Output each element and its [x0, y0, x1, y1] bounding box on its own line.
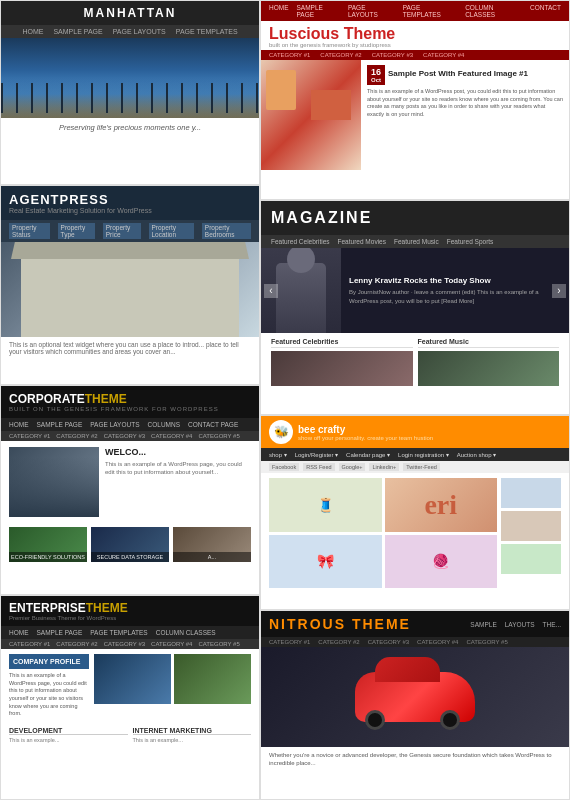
corporate-logo: CORPORATETHEME: [9, 392, 251, 406]
enterprise-dev-title: DEVELOPMENT: [9, 727, 128, 735]
manhattan-logo: MANHATTAN: [84, 6, 177, 20]
luscious-content: 16 Oct Sample Post With Featured Image #…: [261, 60, 569, 170]
magazine-logo: MAGAZINE: [271, 209, 559, 227]
data-label: SECURE DATA STORAGE: [91, 552, 169, 562]
enterprise-footer: DEVELOPMENT This is an example... INTERN…: [1, 723, 259, 748]
enterprise-images: [94, 654, 251, 704]
bridge-decoration: [1, 83, 259, 113]
beecrafty-logo-area: 🐝 bee crafty show off your personality. …: [269, 420, 433, 444]
luscious-nav: HOME SAMPLE PAGE PAGE LAYOUTS PAGE TEMPL…: [269, 4, 561, 18]
third-label: A...: [173, 552, 251, 562]
slider-next-icon[interactable]: ›: [552, 284, 566, 298]
beecrafty-logo-text-area: bee crafty show off your personality. cr…: [298, 424, 433, 441]
nitrous-theme[interactable]: NITROUS THEME SAMPLE LAYOUTS THE... CATE…: [260, 610, 570, 800]
luscious-article-text: This is an example of a WordPress post, …: [367, 88, 563, 119]
left-column: MANHATTAN HOME SAMPLE PAGE PAGE LAYOUTS …: [0, 0, 260, 800]
agentpress-tagline: Real Estate Marketing Solution for WordP…: [9, 207, 251, 214]
enterprise-sidebar-text: This is an example of a WordPress page, …: [9, 672, 89, 718]
corporate-tagline: BUILT ON THE GENESIS FRAMEWORK FOR WORDP…: [9, 406, 251, 412]
slider-prev-icon[interactable]: ‹: [264, 284, 278, 298]
beecrafty-content: 🧵 eri 🎀 🧶: [261, 473, 569, 593]
nitrous-article-text: Whether you're a novice or advanced deve…: [261, 747, 569, 772]
magazine-theme[interactable]: MAGAZINE Featured Celebrities Featured M…: [260, 200, 570, 415]
beecrafty-product-2[interactable]: eri: [385, 478, 498, 532]
nitrous-logo: NITROUS THEME: [269, 616, 411, 632]
luscious-theme[interactable]: HOME SAMPLE PAGE PAGE LAYOUTS PAGE TEMPL…: [260, 0, 570, 200]
luscious-article-title: Sample Post With Featured Image #1: [388, 69, 528, 79]
enterprise-office-img: [94, 654, 171, 704]
corporate-third-feature: A...: [173, 527, 251, 562]
enterprise-main: [94, 654, 251, 718]
magazine-music-title: Featured Music: [418, 338, 560, 348]
agentpress-caption: This is an optional text widget where yo…: [1, 337, 259, 359]
corporate-body: This is an example of a WordPress page, …: [105, 460, 251, 477]
corporate-theme[interactable]: CORPORATETHEME BUILT ON THE GENESIS FRAM…: [0, 385, 260, 595]
beecrafty-product-1[interactable]: 🧵: [269, 478, 382, 532]
agentpress-theme[interactable]: AGENTPRESS Real Estate Marketing Solutio…: [0, 185, 260, 385]
luscious-subtitle: built on the genesis framework by studio…: [269, 42, 561, 48]
enterprise-nav: HOME SAMPLE PAGE PAGE TEMPLATES COLUMN C…: [1, 626, 259, 639]
enterprise-theme[interactable]: ENTERPRISETHEME Premier Business Theme f…: [0, 595, 260, 800]
nitrous-header: NITROUS THEME SAMPLE LAYOUTS THE...: [261, 611, 569, 637]
beecrafty-social: Facebook RSS Feed Google+ Linkedin+ Twit…: [261, 461, 569, 473]
corporate-text: WELCO... This is an example of a WordPre…: [105, 447, 251, 517]
beecrafty-logo: bee crafty: [298, 424, 433, 435]
manhattan-header: MANHATTAN: [1, 1, 259, 25]
corporate-image: [9, 447, 99, 517]
luscious-article-content: 16 Oct Sample Post With Featured Image #…: [361, 60, 569, 170]
magazine-celebs-section: Featured Celebrities: [271, 338, 413, 386]
agentpress-header: AGENTPRESS Real Estate Marketing Solutio…: [1, 186, 259, 220]
corporate-features: ECO-FRIENDLY SOLUTIONS SECURE DATA STORA…: [1, 523, 259, 566]
magazine-slider-nav: ‹ ›: [261, 284, 569, 298]
luscious-date-badge: 16 Oct: [367, 65, 385, 85]
luscious-title: Luscious Theme: [269, 26, 561, 42]
beecrafty-product-4[interactable]: 🧶: [385, 535, 498, 589]
manhattan-caption: Preserving life's precious moments one y…: [1, 118, 259, 137]
magazine-featured: Featured Celebrities Featured Music: [261, 333, 569, 391]
magazine-music-section: Featured Music: [418, 338, 560, 386]
corporate-welcome: WELCO...: [105, 447, 251, 457]
enterprise-dev-text: This is an example...: [9, 737, 128, 744]
enterprise-marketing-text: This is an example...: [133, 737, 252, 744]
beecrafty-sidebar-3: [501, 544, 561, 574]
car-shape: [355, 672, 475, 722]
right-column: HOME SAMPLE PAGE PAGE LAYOUTS PAGE TEMPL…: [260, 0, 570, 800]
agentpress-nav: Property Status Property Type Property P…: [1, 220, 259, 242]
manhattan-theme[interactable]: MANHATTAN HOME SAMPLE PAGE PAGE LAYOUTS …: [0, 0, 260, 185]
enterprise-sidebar: COMPANY PROFILE This is an example of a …: [9, 654, 89, 718]
enterprise-dev-section: DEVELOPMENT This is an example...: [9, 727, 128, 744]
magazine-header: MAGAZINE: [261, 201, 569, 235]
agentpress-hero: [1, 242, 259, 337]
beecrafty-header: 🐝 bee crafty show off your personality. …: [261, 416, 569, 448]
enterprise-tagline: Premier Business Theme for WordPress: [9, 615, 251, 621]
magazine-celebs-img: [271, 351, 413, 386]
manhattan-hero: [1, 38, 259, 118]
enterprise-marketing-section: INTERNET MARKETING This is an example...: [133, 727, 252, 744]
beecrafty-theme[interactable]: 🐝 bee crafty show off your personality. …: [260, 415, 570, 610]
beecrafty-logo-icon: 🐝: [269, 420, 293, 444]
nitrous-logo-area: NITROUS THEME: [269, 616, 411, 632]
people-decoration: [9, 457, 99, 517]
enterprise-sidebar-title: COMPANY PROFILE: [9, 654, 89, 669]
beecrafty-tagline: show off your personality. create your t…: [298, 435, 433, 441]
magazine-nav: Featured Celebrities Featured Movies Fea…: [261, 235, 569, 248]
luscious-categories: CATEGORY #1 CATEGORY #2 CATEGORY #3 CATE…: [261, 50, 569, 60]
beecrafty-product-3[interactable]: 🎀: [269, 535, 382, 589]
corporate-header: CORPORATETHEME BUILT ON THE GENESIS FRAM…: [1, 386, 259, 418]
eco-label: ECO-FRIENDLY SOLUTIONS: [9, 552, 87, 562]
luscious-featured-image: [261, 60, 361, 170]
corporate-nav: HOME SAMPLE PAGE PAGE LAYOUTS COLUMNS CO…: [1, 418, 259, 431]
nitrous-car-image: [261, 647, 569, 747]
magazine-celebs-title: Featured Celebrities: [271, 338, 413, 348]
enterprise-marketing-title: INTERNET MARKETING: [133, 727, 252, 735]
enterprise-city-img: [174, 654, 251, 704]
beecrafty-sidebar-2: [501, 511, 561, 541]
luscious-title-area: Luscious Theme built on the genesis fram…: [261, 21, 569, 50]
enterprise-content: COMPANY PROFILE This is an example of a …: [1, 649, 259, 723]
corporate-content: WELCO... This is an example of a WordPre…: [1, 441, 259, 523]
luscious-header: HOME SAMPLE PAGE PAGE LAYOUTS PAGE TEMPL…: [261, 1, 569, 21]
enterprise-header: ENTERPRISETHEME Premier Business Theme f…: [1, 596, 259, 626]
corporate-categories: CATEGORY #1 CATEGORY #2 CATEGORY #3 CATE…: [1, 431, 259, 441]
corporate-eco-feature: ECO-FRIENDLY SOLUTIONS: [9, 527, 87, 562]
beecrafty-nav: shop ▾ Login/Register ▾ Calendar page ▾ …: [261, 448, 569, 461]
